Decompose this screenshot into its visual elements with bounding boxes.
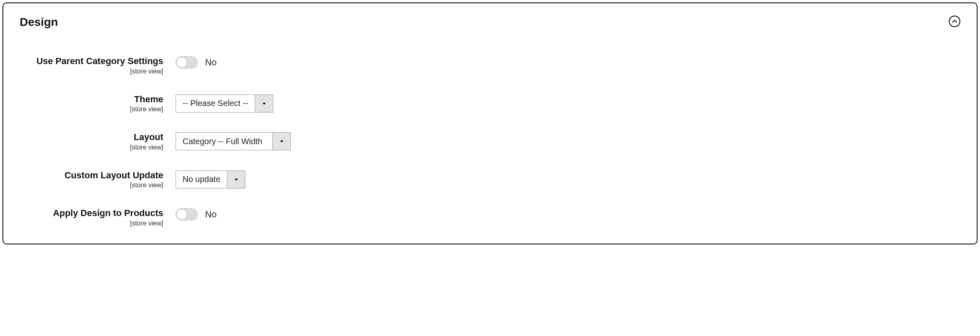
toggle-value-use-parent: No [205, 57, 217, 68]
collapse-button[interactable] [949, 16, 960, 27]
select-theme-value: -- Please Select -- [176, 95, 255, 112]
caret-down-icon [279, 139, 284, 144]
field-label-custom-layout-update: Custom Layout Update [20, 170, 163, 181]
row-apply-to-products: Apply Design to Products [store view] No [20, 207, 960, 227]
design-panel: Design Use Parent Category Settings [sto… [2, 2, 978, 244]
scope-label: [store view] [20, 182, 163, 189]
field-label-apply-to-products: Apply Design to Products [20, 207, 163, 219]
toggle-use-parent[interactable] [176, 56, 198, 69]
scope-label: [store view] [20, 106, 163, 113]
control-col: Category -- Full Width [176, 131, 291, 150]
chevron-up-icon [952, 19, 957, 24]
scope-label: [store view] [20, 220, 163, 227]
label-col: Layout [store view] [20, 131, 176, 151]
select-theme[interactable]: -- Please Select -- [176, 94, 273, 113]
control-col: No [176, 55, 217, 69]
toggle-knob [176, 209, 187, 220]
scope-label: [store view] [20, 144, 163, 151]
label-col: Theme [store view] [20, 94, 176, 113]
form-area: Use Parent Category Settings [store view… [20, 55, 960, 227]
label-col: Apply Design to Products [store view] [20, 207, 176, 227]
panel-title: Design [20, 16, 58, 29]
control-col: No [176, 207, 217, 221]
label-col: Use Parent Category Settings [store view… [20, 55, 176, 75]
select-arrow [255, 95, 273, 112]
field-label-layout: Layout [20, 131, 163, 143]
row-use-parent: Use Parent Category Settings [store view… [20, 55, 960, 75]
select-layout-value: Category -- Full Width [176, 133, 272, 150]
scope-label: [store view] [20, 68, 163, 75]
control-col: No update [176, 170, 245, 189]
select-arrow [227, 171, 245, 188]
field-label-theme: Theme [20, 94, 163, 105]
select-layout[interactable]: Category -- Full Width [176, 132, 291, 150]
toggle-apply-to-products[interactable] [176, 208, 198, 221]
row-theme: Theme [store view] -- Please Select -- [20, 94, 960, 113]
select-custom-layout-update-value: No update [176, 171, 227, 188]
caret-down-icon [262, 101, 267, 106]
select-custom-layout-update[interactable]: No update [176, 170, 245, 189]
toggle-value-apply-to-products: No [205, 209, 217, 220]
toggle-knob [176, 57, 187, 68]
field-label-use-parent: Use Parent Category Settings [20, 55, 163, 67]
select-arrow [272, 133, 290, 150]
label-col: Custom Layout Update [store view] [20, 170, 176, 189]
caret-down-icon [234, 177, 239, 182]
row-layout: Layout [store view] Category -- Full Wid… [20, 131, 960, 151]
panel-header: Design [20, 16, 960, 29]
row-custom-layout-update: Custom Layout Update [store view] No upd… [20, 170, 960, 189]
control-col: -- Please Select -- [176, 94, 273, 113]
